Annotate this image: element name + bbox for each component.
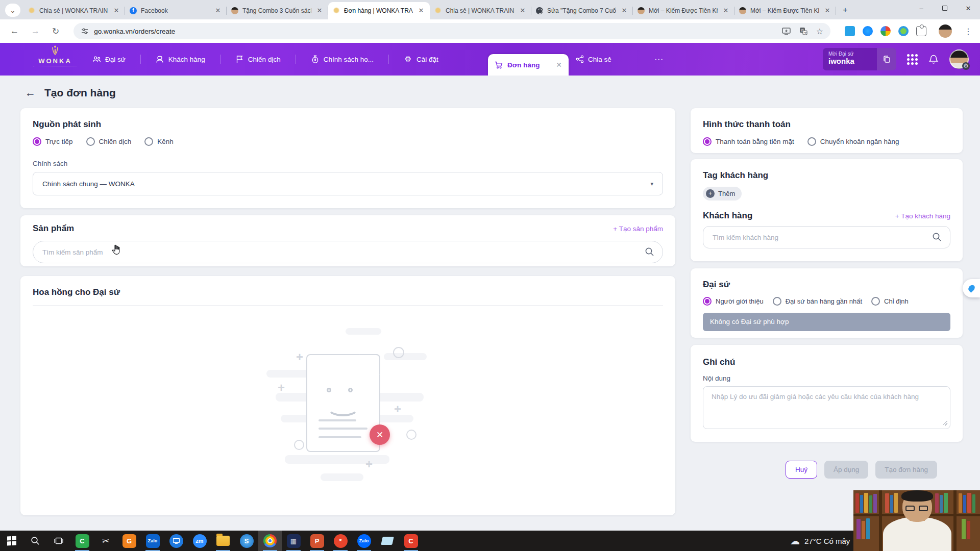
- extensions-puzzle-icon[interactable]: [916, 26, 926, 36]
- taskbar-file-explorer[interactable]: [211, 531, 235, 551]
- task-view-button[interactable]: [47, 531, 70, 551]
- taskbar-app-photos[interactable]: [376, 531, 399, 551]
- close-window-button[interactable]: ✕: [957, 0, 980, 16]
- taskbar-app-zalo-web[interactable]: Zalo: [352, 531, 376, 551]
- radio-kenh[interactable]: Kênh: [144, 137, 174, 146]
- cart-icon: [495, 61, 503, 69]
- forward-icon[interactable]: →: [31, 26, 40, 36]
- cancel-button[interactable]: Huỷ: [786, 461, 817, 479]
- maximize-button[interactable]: [933, 0, 957, 16]
- messenger-icon[interactable]: [863, 26, 873, 36]
- close-page-tab-icon[interactable]: ✕: [556, 61, 562, 69]
- nav-item-dai-su[interactable]: Đại sứ: [78, 55, 140, 64]
- browser-tab[interactable]: Chia sẻ | WONKA TRAINII ✕: [23, 2, 125, 19]
- taskbar-app-remote[interactable]: [164, 531, 188, 551]
- start-button[interactable]: [0, 531, 23, 551]
- reload-icon[interactable]: ↻: [52, 26, 59, 37]
- browser-tab[interactable]: Tặng Combo 3 Cuốn sách ✕: [227, 2, 328, 19]
- browser-menu-icon[interactable]: ⋮: [964, 27, 973, 36]
- back-icon[interactable]: ←: [10, 26, 19, 36]
- close-tab-icon[interactable]: ✕: [214, 7, 222, 15]
- address-bar[interactable]: go.wonka.vn/orders/create G文 ☆: [74, 23, 830, 39]
- nav-item-chien-dich[interactable]: Chiến dịch: [220, 55, 296, 64]
- radio-chi-dinh[interactable]: Chỉ định: [871, 297, 909, 306]
- browser-tab[interactable]: f Facebook ✕: [125, 2, 227, 19]
- close-tab-icon[interactable]: ✕: [823, 7, 831, 15]
- idm-globe-icon[interactable]: [898, 26, 909, 36]
- new-tab-button[interactable]: +: [838, 3, 852, 17]
- nav-right-cluster: Mời Đại sứ iwonka: [823, 43, 969, 76]
- taskbar-app-camtasia[interactable]: C: [70, 531, 94, 551]
- taskbar-app-navy[interactable]: ▦: [282, 531, 305, 551]
- page-tab-don-hang-active[interactable]: Đơn hàng ✕: [488, 54, 569, 76]
- taskbar-weather[interactable]: ☁ 27°C Có mây: [790, 531, 850, 551]
- browser-profile-avatar[interactable]: [939, 24, 952, 38]
- install-icon[interactable]: [782, 28, 791, 35]
- policy-select[interactable]: Chính sách chung — WONKA ▾: [33, 172, 663, 195]
- radio-truc-tiep[interactable]: Trực tiếp: [33, 137, 73, 146]
- nav-item-chinh-sach[interactable]: Chính sách ho...: [296, 55, 388, 64]
- taskbar-app-powerpoint[interactable]: P: [305, 531, 329, 551]
- taskbar-app-zoom[interactable]: zm: [188, 531, 211, 551]
- taskbar-app-goldwave[interactable]: G: [117, 531, 141, 551]
- close-tab-icon[interactable]: ✕: [620, 7, 628, 15]
- close-tab-icon[interactable]: ✕: [722, 7, 730, 15]
- search-icon: [932, 232, 942, 242]
- browser-tab[interactable]: Mới – Kiếm Được Tiền Kh ✕: [633, 2, 734, 19]
- submit-order-button[interactable]: Tạo đơn hàng: [875, 461, 937, 479]
- radio-chuyen-khoan[interactable]: Chuyển khoản ngân hàng: [807, 137, 899, 146]
- bell-icon[interactable]: [928, 54, 939, 65]
- close-tab-icon[interactable]: ✕: [519, 7, 527, 15]
- more-tabs-icon[interactable]: ⋯: [654, 43, 664, 76]
- taskbar-app-star[interactable]: *: [329, 531, 352, 551]
- create-customer-link[interactable]: + Tạo khách hàng: [895, 212, 950, 220]
- extensions-cluster: [845, 26, 926, 36]
- radio-tien-mat[interactable]: Thanh toán bằng tiền mặt: [703, 137, 794, 146]
- product-search-input[interactable]: [33, 241, 663, 263]
- translate-icon[interactable]: G文: [799, 27, 807, 35]
- customer-search-input[interactable]: [703, 226, 950, 248]
- close-tab-icon[interactable]: ✕: [112, 7, 120, 15]
- page-tab-chia-se[interactable]: Chia sẻ: [576, 43, 611, 76]
- bookmark-star-icon[interactable]: ☆: [816, 27, 823, 36]
- user-avatar[interactable]: [949, 49, 969, 69]
- taskbar-app-chrome-active[interactable]: [258, 531, 282, 551]
- taskbar-app-scissors[interactable]: ✂: [94, 531, 117, 551]
- copy-invite-button[interactable]: [877, 48, 896, 70]
- tab-label: Facebook: [141, 7, 210, 14]
- taskbar-app-red-c[interactable]: C: [399, 531, 423, 551]
- invite-ambassador-box[interactable]: Mời Đại sứ iwonka: [823, 48, 896, 70]
- apps-grid-icon[interactable]: [907, 54, 918, 65]
- apply-button[interactable]: Áp dụng: [824, 461, 868, 479]
- close-tab-icon[interactable]: ✕: [417, 7, 425, 15]
- chrome-icon: [263, 534, 277, 547]
- add-tag-chip[interactable]: + Thêm: [703, 187, 742, 201]
- tab-search-button[interactable]: ⌄: [5, 4, 20, 17]
- browser-tab[interactable]: Chia sẻ | WONKA TRAINII ✕: [430, 2, 531, 19]
- chevron-down-icon: ⌄: [10, 7, 16, 14]
- task-view-icon: [54, 536, 63, 545]
- resize-handle[interactable]: [943, 421, 947, 425]
- nav-item-cai-dat[interactable]: ⚙ Cài đặt: [389, 55, 453, 64]
- nav-item-khach-hang[interactable]: Khách hàng: [141, 55, 220, 64]
- create-product-link[interactable]: + Tạo sản phẩm: [613, 225, 663, 233]
- minimize-button[interactable]: –: [910, 0, 933, 16]
- radio-nguoi-gioi-thieu[interactable]: Người giới thiệu: [703, 297, 764, 306]
- google-icon[interactable]: [880, 26, 891, 36]
- radio-dai-su-gan-nhat[interactable]: Đại sứ bán hàng gần nhất: [773, 297, 862, 306]
- radio-chien-dich[interactable]: Chiến dịch: [86, 137, 132, 146]
- taskbar-search-button[interactable]: [23, 531, 47, 551]
- screen: ⌄ Chia sẻ | WONKA TRAINII ✕ f Facebook ✕…: [0, 0, 980, 551]
- floating-widget[interactable]: [963, 279, 980, 297]
- note-textarea[interactable]: [703, 386, 950, 429]
- browser-tab-active[interactable]: Đơn hàng | WONKA TRAII ✕: [328, 2, 430, 19]
- browser-tab[interactable]: Mới – Kiếm Được Tiền Kh ✕: [734, 2, 836, 19]
- taskbar-app-skype[interactable]: S: [235, 531, 258, 551]
- close-tab-icon[interactable]: ✕: [315, 7, 324, 15]
- taskbar-app-zalo-pc[interactable]: Zalo: [141, 531, 164, 551]
- sad-document: [306, 354, 380, 452]
- browser-tab[interactable]: Sửa "Tặng Combo 7 Cuốn ✕: [531, 2, 633, 19]
- back-arrow-icon[interactable]: ←: [25, 87, 36, 99]
- extension-blue-icon[interactable]: [845, 26, 855, 36]
- people-group-icon: [92, 55, 101, 64]
